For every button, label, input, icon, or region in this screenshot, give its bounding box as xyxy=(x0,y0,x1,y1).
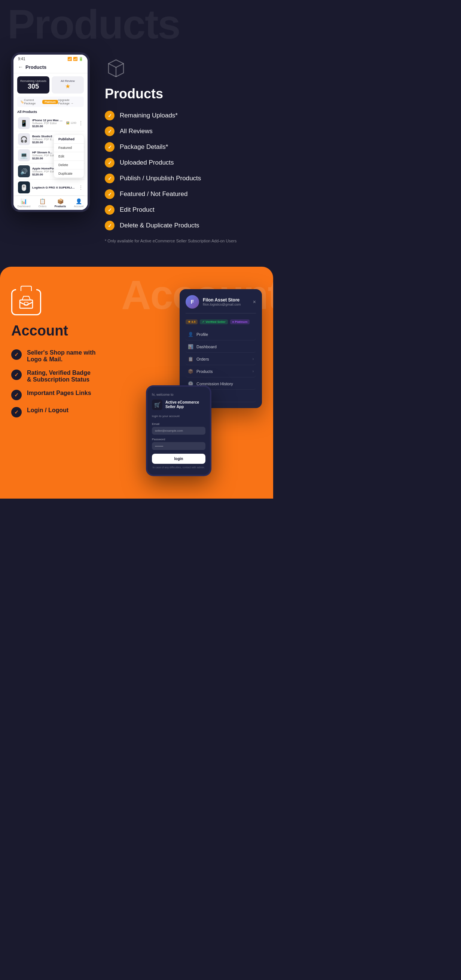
shop-name: Filon Asset Store xyxy=(203,298,241,302)
account-icon: 👤 xyxy=(76,198,82,204)
login-subtitle: login to your account xyxy=(152,414,206,418)
login-help: In case of any difficulties, contact wit… xyxy=(152,466,206,469)
chevron-right-icon: › xyxy=(252,357,254,361)
product-thumb: 🎧 xyxy=(18,133,30,145)
product-info: Logitech G PRO X SUPERLIGHT xyxy=(32,186,77,189)
feature-item: ✓ Uploaded Products xyxy=(105,158,262,167)
feature-label: Uploaded Products xyxy=(120,159,174,167)
orders-icon: 📋 xyxy=(188,356,193,362)
dropdown-featured[interactable]: Featured xyxy=(54,144,84,152)
feature-item: ✓ All Reviews xyxy=(105,126,262,136)
verified-badge: ✓ Verified Seller xyxy=(200,320,228,324)
reviews-label: All Review xyxy=(55,79,81,83)
status-icons: 📶 📶 🔋 xyxy=(67,57,83,61)
dropdown-duplicate[interactable]: Duplicate xyxy=(54,169,84,178)
phone-status-bar: 9:41 📶 📶 🔋 xyxy=(13,55,88,62)
products-right: Products ✓ Remaining Uploads* ✓ All Revi… xyxy=(105,52,262,244)
check-circle-dark: ✓ xyxy=(11,407,22,417)
feature-label: All Reviews xyxy=(120,127,153,135)
all-products-label: All Products xyxy=(13,110,88,115)
profile-badges: ★ 4.5 ✓ Verified Seller ● Platinum xyxy=(186,320,256,324)
account-feature-label: Rating, Verified Badge& Subscription Sta… xyxy=(27,369,91,383)
upgrade-btn[interactable]: Upgrade Package → xyxy=(58,99,81,105)
account-content: Account ✓ Seller's Shop name withLogo & … xyxy=(11,289,262,476)
product-count: 🖼️ 1200 xyxy=(66,122,77,124)
dropdown-delete[interactable]: Delete xyxy=(54,161,84,169)
account-feature-label: Seller's Shop name withLogo & Mail. xyxy=(27,349,96,363)
pkg-icon: 🏷️ xyxy=(20,100,24,103)
nav-menu-products[interactable]: 📦 Products › xyxy=(186,366,256,377)
product-info: iPhone 12 pro Max Pacific Blue Software,… xyxy=(32,119,64,128)
profile-avatar: F xyxy=(186,295,199,309)
dashboard-icon: 📊 xyxy=(21,198,27,204)
phone-screen-title: Products xyxy=(26,64,46,70)
plan-badge: ● Platinum xyxy=(230,320,250,324)
stat-uploads: Remaining Uploads 305 xyxy=(17,76,49,94)
feature-item: ✓ Publish / Unpublish Products xyxy=(105,173,262,183)
nav-products[interactable]: 📦 Products xyxy=(55,198,66,208)
orders-icon: 📋 xyxy=(39,198,46,204)
account-section: Account Account ✓ Seller's Shop name wit… xyxy=(0,267,273,499)
phone-bottom-nav: 📊 Dashboard 📋 Orders 📦 Products 👤 Accoun… xyxy=(13,196,88,210)
stats-row: Remaining Uploads 305 All Review ★ xyxy=(13,73,88,97)
account-feature-item: ✓ Seller's Shop name withLogo & Mail. xyxy=(11,349,135,363)
nav-dashboard-label: Dashboard xyxy=(18,205,30,208)
nav-orders-label: Orders xyxy=(196,357,209,361)
account-feature-item: ✓ Important Pages Links xyxy=(11,390,135,400)
password-field[interactable]: •••••••• xyxy=(152,442,206,450)
footnote: * Only available for Active eCommerce Se… xyxy=(105,238,262,244)
feature-item: ✓ Package Details* xyxy=(105,142,262,152)
nav-profile-label: Profile xyxy=(196,332,208,337)
product-thumb: 💻 xyxy=(18,149,30,161)
star-icon: ★ xyxy=(55,83,81,90)
profile-info: Filon Asset Store filon.logistics@gmail.… xyxy=(203,298,241,306)
check-circle-dark: ✓ xyxy=(11,369,22,380)
feature-label: Package Details* xyxy=(120,143,168,151)
email-label: Email xyxy=(152,422,206,426)
account-features: ✓ Seller's Shop name withLogo & Mail. ✓ … xyxy=(11,349,135,417)
feature-label: Delete & Duplicate Products xyxy=(120,222,199,229)
close-button[interactable]: × xyxy=(253,299,256,305)
dots-menu-icon[interactable]: ⋮ xyxy=(78,121,83,126)
account-feature-item: ✓ Rating, Verified Badge& Subscription S… xyxy=(11,369,135,383)
phone-header: ← Products xyxy=(13,62,88,73)
product-thumb: 🔊 xyxy=(18,165,30,177)
password-label: Password xyxy=(152,438,206,441)
products-bg-title: Products xyxy=(8,4,180,45)
check-icon: ✓ xyxy=(105,158,115,167)
account-feature-label: Important Pages Links xyxy=(27,390,91,396)
account-feature-item: ✓ Login / Logout xyxy=(11,407,135,417)
chevron-right-icon: › xyxy=(252,369,254,373)
products-content: 9:41 📶 📶 🔋 ← Products Remaining Uploads … xyxy=(11,52,262,244)
nav-menu-orders[interactable]: 📋 Orders › xyxy=(186,353,256,365)
login-button[interactable]: login xyxy=(152,454,206,464)
nav-account[interactable]: 👤 Account xyxy=(74,198,83,208)
dots-menu-icon[interactable]: ⋮ xyxy=(78,185,83,190)
back-arrow-icon[interactable]: ← xyxy=(18,64,23,70)
feature-label: Remaining Uploads* xyxy=(120,112,178,119)
package-bar: 🏷️ Current Package Platinum Upgrade Pack… xyxy=(17,97,84,107)
nav-dashboard[interactable]: 📊 Dashboard xyxy=(18,198,30,208)
profile-header: F Filon Asset Store filon.logistics@gmai… xyxy=(186,295,256,313)
pkg-badge: Platinum xyxy=(42,100,58,104)
dropdown-edit[interactable]: Edit xyxy=(54,152,84,161)
dashboard-icon: 📊 xyxy=(188,344,193,349)
nav-dashboard-label: Dashboard xyxy=(196,345,217,349)
nav-orders[interactable]: 📋 Orders xyxy=(38,198,46,208)
check-icon: ✓ xyxy=(105,205,115,215)
login-phone: hi, welcome to 🛒 Active eCommerceSeller … xyxy=(146,385,211,476)
product-name: Logitech G PRO X SUPERLIGHT xyxy=(32,186,77,189)
email-field[interactable]: seller@example.com xyxy=(152,427,206,434)
product-item: 📱 iPhone 12 pro Max Pacific Blue Softwar… xyxy=(16,115,85,131)
account-feature-label: Login / Logout xyxy=(27,407,69,414)
dropdown-published[interactable]: Published xyxy=(54,135,84,144)
account-left: Account ✓ Seller's Shop name withLogo & … xyxy=(11,289,135,417)
nav-menu-dashboard[interactable]: 📊 Dashboard xyxy=(186,341,256,353)
account-title: Account xyxy=(11,323,135,339)
check-icon: ✓ xyxy=(105,111,115,121)
check-circle-dark: ✓ xyxy=(11,390,22,400)
rating-badge: ★ 4.5 xyxy=(186,320,198,324)
product-list: 📱 iPhone 12 pro Max Pacific Blue Softwar… xyxy=(13,115,88,196)
nav-menu-profile[interactable]: 👤 Profile xyxy=(186,329,256,340)
status-time: 9:41 xyxy=(18,57,25,61)
